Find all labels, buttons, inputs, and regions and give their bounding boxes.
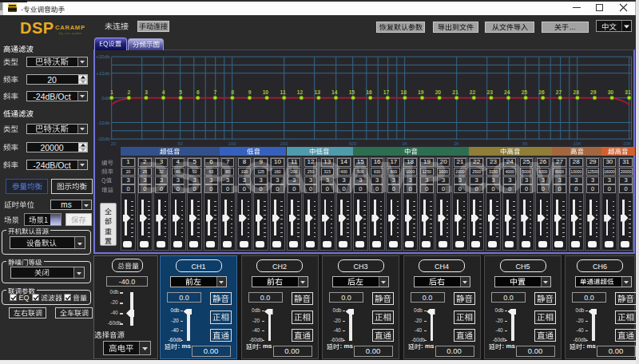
- svg-text:3: 3: [145, 89, 148, 95]
- svg-text:2K: 2K: [454, 141, 459, 146]
- svg-text:20: 20: [111, 141, 116, 146]
- svg-text:28: 28: [573, 89, 579, 95]
- svg-text:4: 4: [162, 89, 165, 95]
- svg-text:2: 2: [128, 89, 131, 95]
- svg-text:100: 100: [228, 141, 236, 146]
- svg-text:22: 22: [470, 89, 476, 95]
- svg-text:23: 23: [486, 89, 493, 95]
- svg-text:7: 7: [214, 89, 217, 95]
- svg-text:17: 17: [383, 89, 390, 95]
- svg-text:30: 30: [608, 89, 614, 95]
- svg-text:18: 18: [400, 89, 407, 95]
- svg-text:24: 24: [504, 89, 510, 95]
- svg-text:9: 9: [248, 89, 252, 95]
- svg-text:-20db: -20db: [97, 136, 110, 141]
- svg-text:31: 31: [625, 89, 631, 95]
- svg-text:+20db: +20db: [96, 53, 110, 59]
- svg-text:11: 11: [280, 89, 286, 95]
- svg-text:27: 27: [556, 89, 562, 95]
- svg-text:8: 8: [231, 89, 234, 95]
- svg-text:29: 29: [590, 89, 597, 95]
- svg-text:19: 19: [418, 89, 424, 95]
- svg-text:1: 1: [110, 89, 113, 95]
- svg-text:12: 12: [297, 89, 304, 95]
- svg-text:10: 10: [263, 89, 269, 95]
- svg-text:500: 500: [349, 141, 357, 146]
- svg-text:5K: 5K: [522, 141, 528, 146]
- svg-text:13: 13: [314, 89, 320, 95]
- svg-text:16: 16: [366, 89, 372, 95]
- svg-text:200: 200: [280, 141, 288, 146]
- svg-text:15: 15: [349, 89, 355, 95]
- svg-text:+12db: +12db: [96, 70, 110, 76]
- svg-text:0db: 0db: [101, 95, 110, 101]
- svg-text:21: 21: [452, 89, 458, 95]
- svg-text:5: 5: [179, 89, 182, 95]
- svg-text:14: 14: [331, 89, 338, 95]
- svg-text:20: 20: [435, 89, 442, 95]
- svg-text:26: 26: [538, 89, 545, 95]
- svg-text:-12db: -12db: [97, 120, 110, 125]
- svg-text:25: 25: [522, 89, 528, 95]
- svg-text:6: 6: [196, 89, 200, 95]
